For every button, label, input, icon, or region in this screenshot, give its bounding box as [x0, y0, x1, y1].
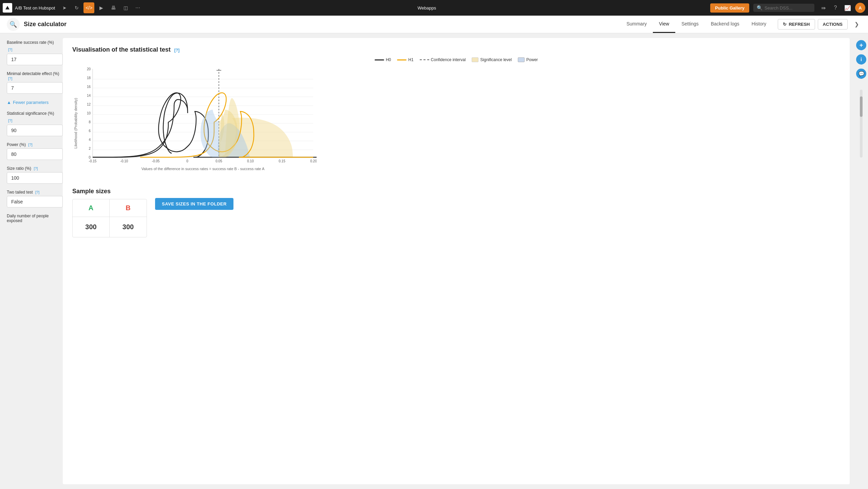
- tab-settings[interactable]: Settings: [675, 16, 705, 33]
- avatar[interactable]: A: [855, 3, 865, 13]
- nav-icon-code[interactable]: </>: [83, 2, 94, 13]
- min-effect-label: Minimal detectable effect (%) [?]: [7, 71, 63, 81]
- min-effect-input[interactable]: [7, 82, 63, 94]
- webapps-button[interactable]: Webapps: [414, 4, 439, 12]
- sample-table-header: A B: [73, 199, 147, 217]
- secondary-nav: 🔍 Size calculator Summary View Settings …: [0, 16, 868, 33]
- nav-icon-forward[interactable]: ➤: [59, 2, 70, 13]
- right-sidebar: + i 💬: [854, 33, 868, 489]
- sample-value-a: 300: [73, 217, 110, 237]
- trending-icon[interactable]: 📈: [843, 3, 852, 13]
- main-content: Baseline success rate (%) [?] Minimal de…: [0, 33, 868, 489]
- legend-sl-rect: [472, 57, 478, 62]
- baseline-help[interactable]: [?]: [8, 48, 12, 52]
- nav-icon-display[interactable]: ◫: [120, 2, 131, 13]
- center-panel: Visualisation of the statistical test [?…: [63, 38, 850, 484]
- chat-button[interactable]: 💬: [856, 69, 866, 79]
- svg-text:20: 20: [87, 67, 91, 71]
- svg-text:18: 18: [87, 76, 91, 80]
- nav-icon-play[interactable]: ▶: [96, 2, 107, 13]
- svg-text:6: 6: [89, 129, 91, 133]
- search-box[interactable]: 🔍: [753, 4, 814, 12]
- triangle-up-icon: ▲: [7, 100, 11, 105]
- scrollbar-thumb[interactable]: [860, 96, 863, 117]
- page-icon: 🔍: [7, 18, 20, 31]
- statistical-chart: Likelihood (Probability density) 0 2 4 6…: [72, 66, 317, 178]
- power-help[interactable]: [?]: [28, 143, 32, 147]
- sample-sizes-section: Sample sizes A B 300 300 SAVE SIZES IN T…: [72, 188, 840, 237]
- chart-legend: H0 H1 Confidence interval Significance l…: [72, 57, 840, 62]
- svg-text:4: 4: [89, 138, 91, 142]
- page-title: Size calculator: [24, 21, 67, 28]
- scrollbar-track: [860, 90, 863, 158]
- nav-tabs: Summary View Settings Backend logs Histo…: [620, 16, 772, 33]
- size-ratio-help[interactable]: [?]: [34, 166, 38, 170]
- svg-text:0.15: 0.15: [279, 159, 285, 163]
- public-gallery-button[interactable]: Public Gallery: [710, 3, 749, 13]
- legend-sl: Significance level: [472, 57, 512, 62]
- stat-sig-label: Statistical significance (%): [7, 111, 63, 116]
- chart-help[interactable]: [?]: [174, 48, 180, 53]
- size-ratio-label: Size ratio (%) [?]: [7, 166, 63, 171]
- tab-view[interactable]: View: [653, 16, 675, 33]
- sidebar-form: Baseline success rate (%) [?] Minimal de…: [0, 33, 63, 489]
- search-input[interactable]: [765, 5, 811, 11]
- plus-button[interactable]: +: [856, 40, 866, 50]
- stat-sig-help[interactable]: [?]: [8, 119, 12, 123]
- actions-button[interactable]: ACTIONS: [818, 19, 848, 30]
- sample-sizes-left: Sample sizes A B 300 300: [72, 188, 147, 237]
- svg-marker-0: [5, 5, 10, 10]
- grid-icon[interactable]: ⇛: [818, 3, 828, 13]
- legend-ci: Confidence interval: [420, 57, 466, 62]
- chart-title: Visualisation of the statistical test [?…: [72, 46, 840, 53]
- power-label: Power (%) [?]: [7, 142, 63, 147]
- legend-ci-line: [420, 59, 429, 60]
- svg-text:Values of the difference in su: Values of the difference in success rate…: [141, 167, 265, 171]
- app-title: A/B Test on Hubspot: [15, 5, 55, 11]
- search-icon: 🔍: [757, 5, 762, 11]
- fewer-params-button[interactable]: ▲ Fewer parameters: [7, 100, 63, 105]
- nav-icon-print[interactable]: 🖶: [108, 2, 119, 13]
- top-right-icons: ⇛ ? 📈 A: [818, 3, 865, 13]
- power-input[interactable]: [7, 148, 63, 160]
- nav-icon-more[interactable]: ⋯: [132, 2, 143, 13]
- svg-text:-0.10: -0.10: [120, 159, 128, 163]
- refresh-button[interactable]: ↻ REFRESH: [778, 19, 815, 30]
- tab-backendlogs[interactable]: Backend logs: [705, 16, 746, 33]
- two-tailed-group: Two tailed test [?]: [7, 190, 63, 207]
- size-ratio-input[interactable]: [7, 172, 63, 184]
- svg-text:Likelihood (Probability densit: Likelihood (Probability density): [74, 98, 78, 148]
- baseline-input[interactable]: [7, 54, 63, 65]
- nav-icon-refresh[interactable]: ↻: [71, 2, 82, 13]
- refresh-icon: ↻: [783, 22, 787, 27]
- tab-summary[interactable]: Summary: [620, 16, 653, 33]
- baseline-label: Baseline success rate (%): [7, 40, 63, 45]
- svg-text:14: 14: [87, 94, 91, 97]
- daily-people-group: Daily number of people exposed: [7, 214, 63, 223]
- col-a-header: A: [73, 199, 110, 217]
- two-tailed-help[interactable]: [?]: [35, 190, 39, 194]
- app-logo[interactable]: [3, 3, 12, 13]
- power-group: Power (%) [?]: [7, 142, 63, 160]
- svg-text:-0.15: -0.15: [89, 159, 97, 163]
- legend-pw: Power: [518, 57, 538, 62]
- tab-history[interactable]: History: [746, 16, 773, 33]
- help-icon[interactable]: ?: [831, 3, 840, 13]
- min-effect-group: Minimal detectable effect (%) [?]: [7, 71, 63, 94]
- chart-container: Likelihood (Probability density) 0 2 4 6…: [72, 66, 840, 178]
- svg-text:2: 2: [89, 147, 91, 150]
- two-tailed-input[interactable]: [7, 196, 63, 207]
- svg-text:0.20: 0.20: [310, 159, 317, 163]
- baseline-group: Baseline success rate (%) [?]: [7, 40, 63, 65]
- svg-text:-0.05: -0.05: [152, 159, 160, 163]
- svg-text:12: 12: [87, 103, 91, 106]
- stat-sig-input[interactable]: [7, 125, 63, 136]
- min-effect-help[interactable]: [?]: [8, 76, 12, 80]
- collapse-icon[interactable]: ❯: [852, 20, 861, 29]
- svg-text:0: 0: [89, 156, 91, 159]
- svg-text:0.10: 0.10: [247, 159, 254, 163]
- info-button[interactable]: i: [856, 54, 866, 65]
- sample-value-b: 300: [110, 217, 147, 237]
- svg-text:8: 8: [89, 120, 91, 124]
- save-sizes-button[interactable]: SAVE SIZES IN THE FOLDER: [155, 198, 233, 210]
